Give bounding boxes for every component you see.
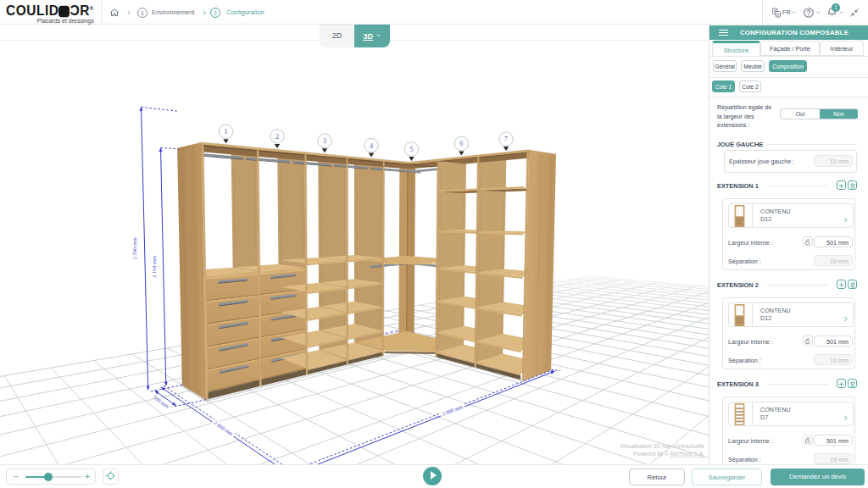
- svg-text:2 000 mm: 2 000 mm: [213, 419, 234, 436]
- svg-text:6: 6: [459, 140, 463, 147]
- svg-text:4: 4: [370, 142, 373, 150]
- svg-text:Powered by © AlloTools S.A.: Powered by © AlloTools S.A.: [633, 451, 704, 458]
- svg-text:2 500 mm: 2 500 mm: [132, 237, 138, 259]
- svg-text:3 000 mm: 3 000 mm: [441, 403, 464, 417]
- svg-text:7: 7: [504, 136, 508, 143]
- svg-text:5: 5: [410, 146, 414, 153]
- svg-text:2: 2: [275, 133, 279, 141]
- svg-text:1: 1: [225, 128, 228, 136]
- svg-text:Visualisation 3D non contractu: Visualisation 3D non contractuelle: [620, 443, 705, 449]
- svg-text:2 164 mm: 2 164 mm: [152, 256, 158, 278]
- svg-text:3: 3: [323, 137, 326, 145]
